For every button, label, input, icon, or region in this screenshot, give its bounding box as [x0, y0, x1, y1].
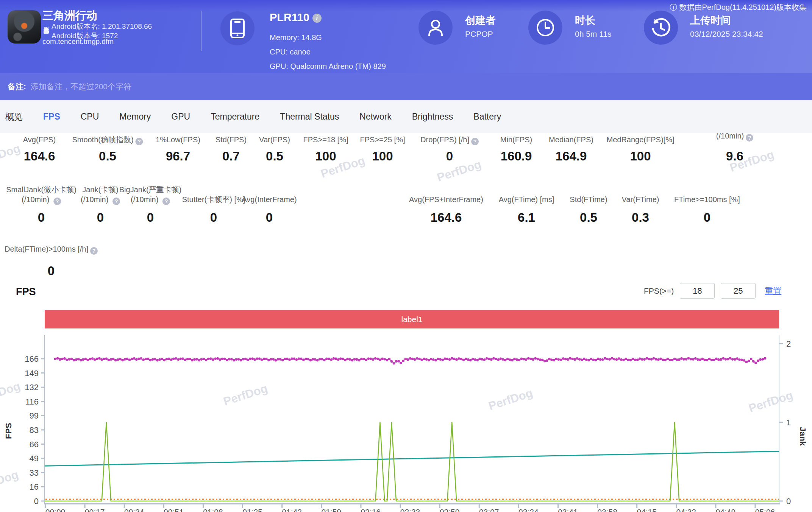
svg-text:132: 132 — [25, 383, 39, 392]
duration-label: 时长 — [575, 14, 595, 27]
stat-value: 6.1 — [518, 210, 535, 225]
svg-text:04:15: 04:15 — [637, 507, 657, 512]
tab-temperature[interactable]: Temperature — [211, 112, 259, 122]
fps-chart[interactable]: 016334966839911613214916601200:0000:1700… — [0, 328, 812, 512]
svg-text:01:42: 01:42 — [282, 507, 302, 512]
svg-text:00:00: 00:00 — [45, 507, 66, 512]
stat-label: Avg(InterFrame) — [242, 195, 297, 204]
tab-thermal-status[interactable]: Thermal Status — [280, 112, 339, 122]
device-cpu: CPU: canoe — [270, 45, 386, 59]
fps-threshold-input-2[interactable] — [721, 283, 756, 299]
svg-text:00:51: 00:51 — [164, 507, 184, 512]
header-divider — [201, 11, 201, 51]
stat-value: 0.3 — [632, 210, 649, 225]
report-tabs: 概览FPSCPUMemoryGPUTemperatureThermal Stat… — [0, 100, 812, 133]
help-icon[interactable]: ? — [471, 138, 479, 145]
svg-text:04:32: 04:32 — [676, 507, 696, 512]
creator-label: 创建者 — [465, 14, 496, 27]
stat-value: 96.7 — [166, 149, 190, 163]
svg-text:0: 0 — [786, 496, 791, 506]
svg-text:05:06: 05:06 — [755, 507, 775, 512]
tab-cpu[interactable]: CPU — [81, 112, 99, 122]
note-label: 备注: — [8, 81, 26, 92]
help-icon[interactable]: ? — [136, 138, 143, 145]
svg-text:01:08: 01:08 — [203, 507, 223, 512]
collect-info: ⓘ 数据由PerfDog(11.4.251012)版本收集 — [670, 2, 807, 12]
svg-text:01:25: 01:25 — [242, 507, 262, 512]
stat-label: Std(FTime) — [570, 195, 607, 204]
upload-icon-circle — [644, 11, 678, 45]
game-title: 三角洲行动 — [42, 8, 97, 23]
stat-label: Avg(FPS+InterFrame) — [409, 195, 483, 204]
reset-link[interactable]: 重置 — [765, 285, 781, 297]
stat-label: Var(FPS) — [259, 135, 290, 145]
stat-label: Var(FTime) — [622, 195, 659, 204]
stat-value: 164.9 — [556, 149, 587, 163]
tab-fps[interactable]: FPS — [43, 112, 60, 122]
device-gpu: GPU: Qualcomm Adreno (TM) 829 — [270, 59, 386, 73]
stat-label: FPS>=18 [%] — [303, 135, 348, 145]
svg-text:99: 99 — [30, 411, 39, 420]
stat-value: 0 — [210, 210, 217, 225]
stat-value: 0 — [147, 210, 154, 225]
person-icon — [426, 18, 445, 37]
help-icon[interactable]: ? — [746, 134, 753, 142]
tab-battery[interactable]: Battery — [473, 112, 501, 122]
stat-value: 0 — [446, 149, 453, 163]
fps-threshold-filter: FPS(>=) 重置 — [644, 283, 781, 299]
tab-network[interactable]: Network — [359, 112, 391, 122]
svg-text:16: 16 — [30, 482, 39, 492]
stat-label: Delta(FTime)>100ms [/h]? — [5, 244, 98, 255]
tab-memory[interactable]: Memory — [119, 112, 151, 122]
stat-value: 0 — [704, 210, 710, 225]
device-info-icon[interactable]: i — [312, 14, 322, 23]
svg-text:FPS: FPS — [4, 423, 13, 439]
upload-time-label: 上传时间 — [690, 14, 731, 27]
android-version-name: Android版本名: 1.201.37108.66 — [52, 22, 152, 31]
device-name: PLR110i — [270, 11, 322, 24]
stat-label: Std(FPS) — [215, 135, 247, 145]
fps-threshold-label: FPS(>=) — [644, 286, 674, 296]
svg-text:02:16: 02:16 — [361, 507, 381, 512]
device-memory: Memory: 14.8G — [270, 30, 386, 45]
tab-brightness[interactable]: Brightness — [412, 112, 453, 122]
duration-icon-circle — [528, 11, 562, 45]
svg-text:00:17: 00:17 — [85, 507, 105, 512]
chart-label-banner[interactable]: label1 — [45, 310, 779, 328]
svg-text:00:34: 00:34 — [124, 507, 144, 512]
tab-概览[interactable]: 概览 — [5, 111, 23, 123]
stat-label: MedRange(FPS)[%] — [607, 135, 675, 145]
stat-value: 100 — [372, 149, 393, 163]
svg-text:116: 116 — [25, 397, 39, 406]
stat-value: 0.5 — [266, 149, 283, 163]
creator-value: PCPOP — [465, 30, 493, 39]
fps-summary-stats: Avg(FPS)164.6Smooth(稳帧指数)?0.51%Low(FPS)9… — [0, 133, 812, 281]
svg-text:03:07: 03:07 — [479, 507, 499, 512]
svg-text:01:59: 01:59 — [321, 507, 341, 512]
fps-threshold-input-1[interactable] — [680, 283, 715, 299]
note-input[interactable] — [30, 82, 486, 92]
help-icon[interactable]: ? — [53, 198, 61, 205]
stat-label: Min(FPS) — [500, 135, 532, 145]
svg-text:2: 2 — [786, 339, 791, 349]
tab-gpu[interactable]: GPU — [171, 112, 190, 122]
svg-text:33: 33 — [30, 468, 39, 478]
stat-value: 0 — [38, 210, 45, 225]
stat-label: Avg(FPS) — [23, 135, 56, 145]
svg-text:166: 166 — [25, 354, 39, 364]
stat-value: 164.6 — [24, 149, 55, 163]
stat-label: 1%Low(FPS) — [156, 135, 200, 145]
help-icon[interactable]: ? — [90, 247, 98, 255]
info-icon: ⓘ — [670, 3, 679, 11]
creator-icon-circle — [418, 11, 453, 45]
stat-label: Avg(FTime) [ms] — [499, 195, 554, 204]
stat-label: BigJank(严重卡顿)(/10min) ? — [119, 185, 181, 205]
stat-label: SmallJank(微小卡顿)(/10min) ? — [6, 185, 77, 205]
perfdog-report-page: PerfDogPerfDogPerfDogPerfDogPerfDogPerfD… — [0, 0, 812, 512]
game-package: com.tencent.tmgp.dfm — [42, 37, 114, 46]
stat-value: 164.6 — [431, 210, 462, 225]
stat-value: 0.7 — [222, 149, 240, 163]
help-icon[interactable]: ? — [162, 198, 170, 205]
stat-label: Drop(FPS) [/h]? — [420, 135, 479, 145]
report-header: ⓘ 数据由PerfDog(11.4.251012)版本收集 三角洲行动 Andr… — [0, 0, 812, 73]
